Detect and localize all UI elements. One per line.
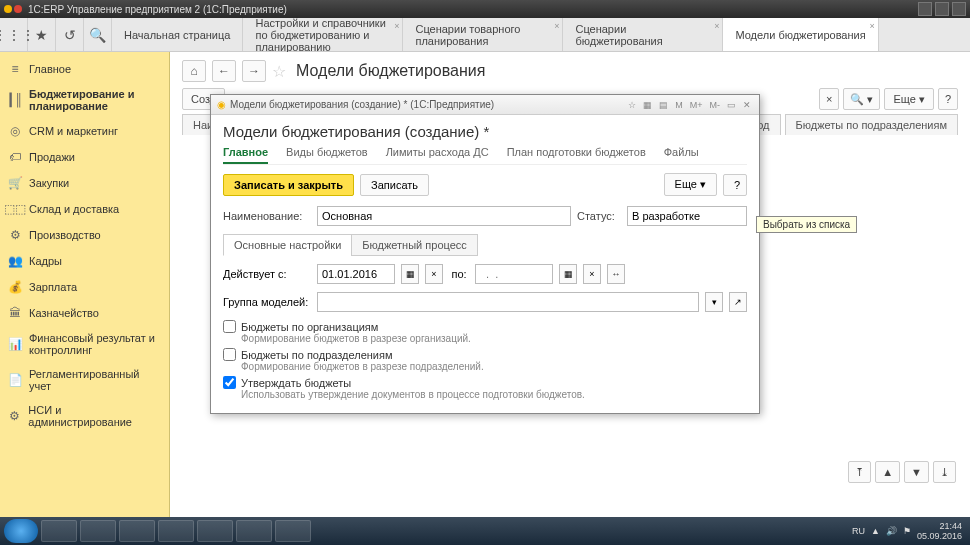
tray-icon[interactable]: 🔊 bbox=[886, 526, 897, 536]
chk-by-org[interactable] bbox=[223, 320, 236, 333]
date-to-input[interactable] bbox=[475, 264, 553, 284]
open-icon[interactable]: ↗ bbox=[729, 292, 747, 312]
subtab-main-settings[interactable]: Основные настройки bbox=[223, 234, 352, 256]
dropdown-tooltip: Выбрать из списка bbox=[756, 216, 857, 233]
help-button[interactable]: ? bbox=[723, 174, 747, 196]
dialog-close-icon[interactable]: ✕ bbox=[741, 100, 753, 110]
sidebar-item-budgeting[interactable]: ┃║Бюджетирование и планирование bbox=[0, 82, 169, 118]
tray-icon[interactable]: ▲ bbox=[871, 526, 880, 536]
chk-by-dept[interactable] bbox=[223, 348, 236, 361]
tab-scenarios-budget[interactable]: Сценарии бюджетирования× bbox=[563, 18, 723, 51]
close-icon[interactable]: × bbox=[714, 20, 719, 32]
window-close-icon[interactable] bbox=[952, 2, 966, 16]
scroll-top-button[interactable]: ⤒ bbox=[848, 461, 871, 483]
favorites-icon[interactable]: ★ bbox=[28, 18, 56, 51]
more-button[interactable]: Еще ▾ bbox=[664, 173, 717, 196]
tab-budget-models[interactable]: Модели бюджетирования× bbox=[723, 18, 878, 51]
sidebar-item-finance[interactable]: 📊Финансовый результат и контроллинг bbox=[0, 326, 169, 362]
tab-main[interactable]: Главное bbox=[223, 146, 268, 164]
taskbar-app[interactable] bbox=[236, 520, 272, 542]
back-button[interactable]: ← bbox=[212, 60, 236, 82]
history-icon[interactable]: ↺ bbox=[56, 18, 84, 51]
taskbar-app[interactable] bbox=[197, 520, 233, 542]
taskbar-app[interactable] bbox=[119, 520, 155, 542]
save-close-button[interactable]: Записать и закрыть bbox=[223, 174, 354, 196]
tab-limits[interactable]: Лимиты расхода ДС bbox=[386, 146, 489, 164]
toolbar-icon[interactable]: ▦ bbox=[641, 100, 654, 110]
scroll-down-button[interactable]: ▼ bbox=[904, 461, 929, 483]
sidebar-item-warehouse[interactable]: ⬚⬚Склад и доставка bbox=[0, 196, 169, 222]
sidebar-item-salary[interactable]: 💰Зарплата bbox=[0, 274, 169, 300]
scroll-up-button[interactable]: ▲ bbox=[875, 461, 900, 483]
swap-dates-icon[interactable]: ↔ bbox=[607, 264, 625, 284]
close-icon[interactable]: × bbox=[394, 20, 399, 32]
window-max-icon[interactable] bbox=[935, 2, 949, 16]
sidebar-item-crm[interactable]: ◎CRM и маркетинг bbox=[0, 118, 169, 144]
os-taskbar: RU ▲ 🔊 ⚑ 21:44 05.09.2016 bbox=[0, 517, 970, 545]
taskbar-app[interactable] bbox=[158, 520, 194, 542]
apps-grid-icon[interactable]: ⋮⋮⋮ bbox=[0, 18, 28, 51]
tab-settings[interactable]: Настройки и справочники по бюджетировани… bbox=[243, 18, 403, 51]
taskbar-app[interactable] bbox=[275, 520, 311, 542]
find-button[interactable]: 🔍 ▾ bbox=[843, 88, 880, 110]
clear-icon[interactable]: × bbox=[425, 264, 443, 284]
app-icon bbox=[14, 5, 22, 13]
tray-lang[interactable]: RU bbox=[852, 526, 865, 536]
toolbar-icon[interactable]: ▤ bbox=[657, 100, 670, 110]
tag-icon: 🏷 bbox=[8, 150, 22, 164]
sidebar-item-purchases[interactable]: 🛒Закупки bbox=[0, 170, 169, 196]
sidebar-item-treasury[interactable]: 🏛Казначейство bbox=[0, 300, 169, 326]
dialog-min-icon[interactable]: ▭ bbox=[725, 100, 738, 110]
people-icon: 👥 bbox=[8, 254, 22, 268]
help-button[interactable]: ? bbox=[938, 88, 958, 110]
sidebar-item-accounting[interactable]: 📄Регламентированный учет bbox=[0, 362, 169, 398]
calendar-icon[interactable]: ▦ bbox=[559, 264, 577, 284]
tab-home[interactable]: Начальная страница bbox=[112, 18, 243, 51]
calendar-icon[interactable]: ▦ bbox=[401, 264, 419, 284]
sidebar-item-main[interactable]: ≡Главное bbox=[0, 56, 169, 82]
toolbar-text[interactable]: M bbox=[673, 100, 685, 110]
date-from-input[interactable] bbox=[317, 264, 395, 284]
window-min-icon[interactable] bbox=[918, 2, 932, 16]
chk-approve[interactable] bbox=[223, 376, 236, 389]
tab-scenarios-goods[interactable]: Сценарии товарного планирования× bbox=[403, 18, 563, 51]
close-icon[interactable]: × bbox=[869, 20, 874, 32]
taskbar-app[interactable] bbox=[80, 520, 116, 542]
tray-clock[interactable]: 21:44 05.09.2016 bbox=[917, 521, 966, 541]
dropdown-icon[interactable]: ▾ bbox=[705, 292, 723, 312]
save-button[interactable]: Записать bbox=[360, 174, 429, 196]
sidebar-item-hr[interactable]: 👥Кадры bbox=[0, 248, 169, 274]
more-button[interactable]: Еще ▾ bbox=[884, 88, 933, 110]
toolbar-text[interactable]: M+ bbox=[688, 100, 705, 110]
tab-files[interactable]: Файлы bbox=[664, 146, 699, 164]
column-budgets[interactable]: Бюджеты по подразделениям bbox=[785, 114, 959, 135]
search-icon[interactable]: 🔍 bbox=[84, 18, 112, 51]
scroll-bottom-button[interactable]: ⤓ bbox=[933, 461, 956, 483]
status-dropdown[interactable] bbox=[627, 206, 747, 226]
forward-button[interactable]: → bbox=[242, 60, 266, 82]
dialog-window-title: Модели бюджетирования (создание) * (1С:П… bbox=[230, 99, 494, 110]
tab-budget-types[interactable]: Виды бюджетов bbox=[286, 146, 368, 164]
start-button[interactable] bbox=[4, 519, 38, 543]
home-button[interactable]: ⌂ bbox=[182, 60, 206, 82]
sidebar-item-nsi[interactable]: ⚙НСИ и администрирование bbox=[0, 398, 169, 434]
clear-icon[interactable]: × bbox=[583, 264, 601, 284]
tray-icon[interactable]: ⚑ bbox=[903, 526, 911, 536]
name-label: Наименование: bbox=[223, 210, 311, 222]
toolbar-icon[interactable]: ☆ bbox=[626, 100, 638, 110]
dialog-titlebar: ◉ Модели бюджетирования (создание) * (1С… bbox=[211, 95, 759, 115]
tab-plan[interactable]: План подготовки бюджетов bbox=[507, 146, 646, 164]
date-from-label: Действует с: bbox=[223, 268, 311, 280]
star-icon[interactable]: ☆ bbox=[272, 62, 286, 81]
sidebar-item-production[interactable]: ⚙Производство bbox=[0, 222, 169, 248]
name-input[interactable] bbox=[317, 206, 571, 226]
subtab-budget-process[interactable]: Бюджетный процесс bbox=[351, 234, 477, 256]
taskbar-app[interactable] bbox=[41, 520, 77, 542]
status-label: Статус: bbox=[577, 210, 621, 222]
hint-by-dept: Формирование бюджетов в разрезе подразде… bbox=[241, 361, 747, 372]
search-button[interactable]: × bbox=[819, 88, 839, 110]
close-icon[interactable]: × bbox=[554, 20, 559, 32]
group-input[interactable] bbox=[317, 292, 699, 312]
sidebar-item-sales[interactable]: 🏷Продажи bbox=[0, 144, 169, 170]
toolbar-text[interactable]: M- bbox=[708, 100, 723, 110]
